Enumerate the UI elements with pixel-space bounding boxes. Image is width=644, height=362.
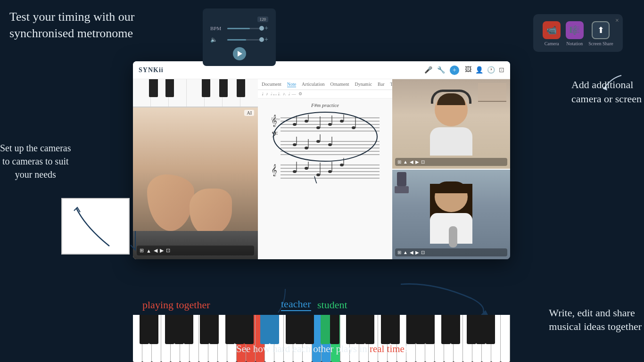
add-button[interactable]: +	[450, 66, 459, 75]
white-key-40[interactable]	[501, 315, 510, 362]
white-key-32[interactable]	[425, 315, 435, 362]
cam-ctrl-next[interactable]: ▶	[160, 247, 164, 254]
cam3-ctrl-prev[interactable]: ◀	[410, 250, 413, 255]
white-key-2[interactable]	[142, 315, 152, 362]
tab-bar[interactable]: Bar	[378, 82, 384, 87]
mic-icon[interactable]: 🎤	[424, 66, 432, 74]
metronome-widget: 120 BPM + 🔈 +	[203, 8, 276, 66]
note-tool-8[interactable]: 𝅗𝅥.	[289, 91, 289, 97]
svg-point-24	[293, 143, 297, 146]
white-key-4[interactable]	[161, 315, 171, 362]
svg-point-26	[305, 147, 308, 149]
svg-point-44	[328, 170, 332, 173]
cam-ctrl-prev[interactable]: ◀	[154, 247, 157, 254]
cam2-ctrl-prev[interactable]: ◀	[410, 159, 413, 165]
svg-point-38	[293, 170, 297, 173]
cam2-ctrl-expand[interactable]: ⊡	[421, 159, 425, 165]
note-tool-6[interactable]: ♩.	[278, 91, 281, 97]
white-key-12-red[interactable]	[237, 315, 246, 362]
white-key-26[interactable]	[369, 315, 378, 362]
screen-share-panel: × 📹 Camera 🎼 Notation ⬆ Screen Share	[533, 14, 623, 52]
arrow-to-app	[128, 231, 142, 259]
tab-document[interactable]: Document	[262, 82, 281, 87]
notation-menu-bar: Document Note Articulation Ornament Dyna…	[258, 79, 392, 90]
app-content: AI ⊞ ▲ ◀ ▶ ⊡ Document Note Articulation …	[133, 79, 510, 259]
close-button[interactable]: ×	[615, 17, 619, 25]
white-key-15[interactable]	[265, 315, 274, 362]
white-key-27[interactable]	[378, 315, 388, 362]
note-tool-1[interactable]: ♩	[262, 91, 264, 97]
cam-ctrl-expand[interactable]: ⊡	[166, 247, 170, 254]
note-tool-10[interactable]: ⚙	[298, 91, 302, 97]
white-key-17[interactable]	[284, 315, 293, 362]
user-icon[interactable]: 👤	[475, 66, 483, 74]
white-key-20-blue[interactable]	[312, 315, 322, 362]
white-key-18[interactable]	[293, 315, 303, 362]
note-tool-7[interactable]: ♪.	[283, 91, 286, 97]
white-key-13-red[interactable]	[246, 315, 256, 362]
white-key-28[interactable]	[388, 315, 397, 362]
note-tool-9[interactable]: —	[292, 91, 296, 97]
white-key-7[interactable]	[190, 315, 199, 362]
white-key-8[interactable]	[199, 315, 208, 362]
white-key-30[interactable]	[406, 315, 416, 362]
cam3-ctrl-flip[interactable]: ⊞	[397, 250, 401, 255]
white-key-6[interactable]	[180, 315, 190, 362]
bpm-plus-button[interactable]: +	[264, 25, 268, 32]
bottom-right-camera: ⊞ ▲ ◀ ▶ ⊡	[392, 170, 510, 259]
white-key-24[interactable]	[350, 315, 359, 362]
white-key-9[interactable]	[208, 315, 218, 362]
white-key-19[interactable]	[303, 315, 312, 362]
cam3-ctrl-expand[interactable]: ⊡	[421, 250, 425, 255]
white-key-39[interactable]	[491, 315, 501, 362]
tab-dynamic[interactable]: Dynamic	[355, 82, 372, 87]
play-button[interactable]	[233, 47, 246, 60]
expand-icon[interactable]: ⊡	[499, 66, 504, 74]
right-text-line2: camera or screen	[571, 93, 642, 105]
header-icons: 🎤 🔧 +	[424, 66, 459, 75]
volume-plus-button[interactable]: +	[264, 36, 268, 43]
white-key-35[interactable]	[454, 315, 463, 362]
white-key-10[interactable]	[218, 315, 227, 362]
white-key-14-red[interactable]	[256, 315, 265, 362]
white-key-23[interactable]	[340, 315, 350, 362]
white-key-22-green[interactable]	[331, 315, 340, 362]
tab-ornament[interactable]: Ornament	[330, 82, 349, 87]
bpm-value-badge: 120	[257, 16, 269, 22]
cam2-ctrl-flip[interactable]: ⊞	[397, 159, 401, 165]
white-key-33[interactable]	[435, 315, 444, 362]
svg-point-46	[340, 164, 344, 166]
white-key-29[interactable]	[397, 315, 406, 362]
white-key-3[interactable]	[152, 315, 161, 362]
white-key-16[interactable]	[274, 315, 284, 362]
white-key-11[interactable]	[227, 315, 237, 362]
white-key-37[interactable]	[472, 315, 482, 362]
cam3-ctrl-next[interactable]: ▶	[415, 250, 419, 255]
cam2-ctrl-arrow[interactable]: ▲	[403, 159, 408, 165]
notation-button[interactable]: 🎼 Notation	[566, 21, 584, 46]
volume-slider[interactable]	[227, 39, 262, 41]
white-key-34[interactable]	[444, 315, 454, 362]
image-icon[interactable]: 🖼	[465, 66, 471, 74]
screen-share-button[interactable]: ⬆ Screen Share	[588, 21, 613, 46]
white-key-36[interactable]	[463, 315, 472, 362]
clock-icon[interactable]: 🕐	[487, 66, 495, 74]
volume-icon: 🔈	[210, 36, 224, 43]
app-window: SYNKii 🎤 🔧 + 🖼 👤 🕐 ⊡	[133, 61, 510, 259]
settings-icon[interactable]: 🔧	[437, 66, 445, 74]
white-key-31[interactable]	[416, 315, 425, 362]
cam-ctrl-arrow[interactable]: ▲	[146, 248, 151, 254]
white-key-25[interactable]	[359, 315, 369, 362]
white-key-38[interactable]	[482, 315, 491, 362]
cam3-ctrl-arrow[interactable]: ▲	[403, 250, 408, 255]
white-key-1[interactable]	[133, 315, 142, 362]
note-tool-2[interactable]: ♪	[266, 91, 268, 97]
camera-button[interactable]: 📹 Camera	[543, 21, 561, 46]
bpm-slider[interactable]	[227, 28, 262, 29]
cam2-ctrl-next[interactable]: ▶	[415, 159, 419, 165]
white-key-21-blue[interactable]	[322, 315, 331, 362]
person-2-video	[392, 170, 510, 259]
tab-note[interactable]: Note	[287, 82, 296, 87]
white-key-5[interactable]	[171, 315, 180, 362]
tab-articulation[interactable]: Articulation	[302, 82, 324, 87]
